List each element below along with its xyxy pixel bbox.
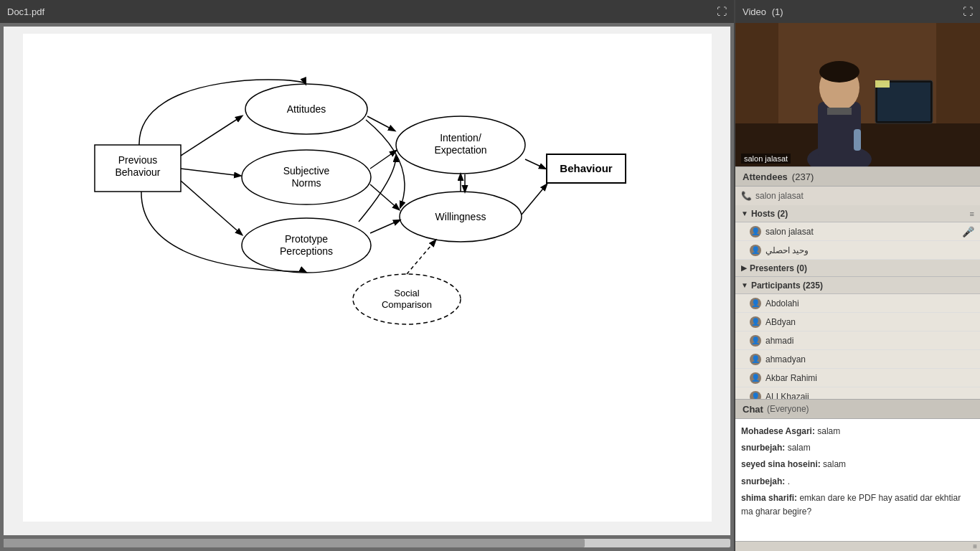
pdf-expand-icon[interactable]: ⛶ bbox=[717, 6, 727, 17]
mic-icon-1: 🎤 bbox=[962, 226, 974, 237]
attendees-section: Attendees (237) 📞 salon jalasat ▼ Hosts … bbox=[735, 166, 980, 399]
svg-text:Expectation: Expectation bbox=[434, 144, 486, 156]
video-container: salon jalasat bbox=[735, 23, 980, 166]
participant-item-4: 👤 Akbar Rahimi bbox=[735, 369, 980, 387]
svg-text:Behaviour: Behaviour bbox=[115, 166, 160, 178]
pdf-scrollbar-thumb bbox=[4, 539, 585, 547]
chat-sender-2: seyed sina hoseini: bbox=[741, 459, 821, 469]
participant-name-0: Abdolahi bbox=[765, 298, 799, 309]
participant-name-2: ahmadi bbox=[765, 336, 793, 346]
chat-message-0: Mohadese Asgari: salam bbox=[741, 425, 974, 438]
svg-text:Perceptions: Perceptions bbox=[280, 245, 333, 257]
chat-message-1: snurbejah: salam bbox=[741, 441, 974, 455]
video-title: Video (1) bbox=[743, 6, 783, 17]
chat-scope: (Everyone) bbox=[767, 404, 809, 414]
video-placeholder: salon jalasat bbox=[735, 23, 980, 166]
chat-message-4: shima sharifi: emkan dare ke PDF hay asa… bbox=[741, 491, 974, 519]
video-frame bbox=[735, 23, 980, 166]
participant-avatar-0: 👤 bbox=[750, 298, 761, 309]
svg-text:Attitudes: Attitudes bbox=[286, 103, 325, 115]
presenters-collapse-arrow: ▶ bbox=[741, 264, 747, 272]
hosts-group-header[interactable]: ▼ Hosts (2) ≡ bbox=[735, 205, 980, 222]
participant-avatar-2: 👤 bbox=[750, 335, 761, 347]
participant-item-3: 👤 ahmadyan bbox=[735, 350, 980, 369]
participants-list: ▼ Hosts (2) ≡ 👤 salon jalasat 🎤 👤 وحيد ا… bbox=[735, 205, 980, 399]
participants-group-header[interactable]: ▼ Participants (235) bbox=[735, 277, 980, 294]
participant-name-3: ahmadyan bbox=[765, 354, 806, 364]
svg-point-44 bbox=[819, 61, 859, 83]
svg-text:Behaviour: Behaviour bbox=[560, 162, 613, 174]
hosts-collapse-arrow: ▼ bbox=[741, 209, 748, 217]
right-panel: Video (1) ⛶ bbox=[735, 0, 980, 551]
chat-options-btn[interactable]: ≡ bbox=[973, 542, 977, 550]
participant-name-1: ABdyan bbox=[765, 317, 796, 327]
chat-sender-0: Mohadese Asgari: bbox=[741, 426, 815, 436]
svg-text:Previous: Previous bbox=[118, 154, 156, 166]
presenters-label: Presenters (0) bbox=[750, 263, 807, 273]
pdf-header: Doc1.pdf ⛶ bbox=[0, 0, 734, 23]
svg-text:Intention/: Intention/ bbox=[440, 132, 481, 143]
chat-text-0: salam bbox=[817, 426, 840, 436]
participant-avatar-3: 👤 bbox=[750, 354, 761, 365]
svg-text:Comparison: Comparison bbox=[381, 299, 431, 310]
participant-avatar-5: 👤 bbox=[750, 391, 761, 400]
participant-name-4: Akbar Rahimi bbox=[765, 373, 817, 383]
svg-line-22 bbox=[181, 169, 240, 176]
participant-item-1: 👤 ABdyan bbox=[735, 313, 980, 331]
chat-section: Chat (Everyone) Mohadese Asgari: salam s… bbox=[735, 399, 980, 551]
pdf-panel: Doc1.pdf ⛶ Previous Behaviour Behaviour … bbox=[0, 0, 735, 551]
hosts-options-btn[interactable]: ≡ bbox=[970, 209, 974, 218]
attendees-header: Attendees (237) bbox=[735, 166, 980, 187]
participant-name-5: ALI Khazaii bbox=[765, 392, 809, 400]
svg-line-28 bbox=[407, 240, 435, 274]
svg-text:Norms: Norms bbox=[291, 177, 321, 189]
host-item-1: 👤 salon jalasat 🎤 bbox=[735, 222, 980, 241]
pdf-title: Doc1.pdf bbox=[7, 6, 44, 17]
pdf-scrollbar[interactable] bbox=[4, 539, 730, 547]
participant-item-0: 👤 Abdolahi bbox=[735, 294, 980, 313]
chat-sender-1: snurbejah: bbox=[741, 443, 785, 453]
svg-text:Subjective: Subjective bbox=[283, 165, 329, 176]
participant-item-5: 👤 ALI Khazaii bbox=[735, 387, 980, 399]
video-label: salon jalasat bbox=[741, 154, 791, 164]
video-header: Video (1) ⛶ bbox=[735, 0, 980, 23]
chat-text-1: salam bbox=[788, 443, 811, 453]
svg-rect-39 bbox=[877, 83, 930, 121]
attendees-title: Attendees bbox=[743, 171, 788, 182]
pdf-content: Previous Behaviour Behaviour Attitudes S… bbox=[4, 27, 730, 535]
attendees-count: (237) bbox=[792, 171, 814, 182]
pdf-canvas: Previous Behaviour Behaviour Attitudes S… bbox=[23, 34, 712, 522]
svg-line-30 bbox=[522, 184, 547, 215]
svg-text:Social: Social bbox=[394, 288, 420, 298]
chat-messages: Mohadese Asgari: salam snurbejah: salam … bbox=[735, 419, 980, 541]
svg-text:Willingness: Willingness bbox=[435, 211, 486, 222]
hosts-label: Hosts (2) bbox=[751, 209, 788, 219]
host-item-2: 👤 وحيد احصلي bbox=[735, 241, 980, 260]
host-name-1: salon jalasat bbox=[765, 227, 814, 237]
svg-line-23 bbox=[181, 181, 242, 235]
presenters-group-header[interactable]: ▶ Presenters (0) bbox=[735, 260, 980, 277]
participant-item-2: 👤 ahmadi bbox=[735, 331, 980, 350]
chat-sender-3: snurbejah: bbox=[741, 476, 785, 486]
chat-title: Chat bbox=[743, 404, 763, 415]
svg-rect-46 bbox=[854, 129, 861, 151]
chat-sender-4: shima sharifi: bbox=[741, 493, 797, 503]
chat-message-3: snurbejah: . bbox=[741, 475, 974, 489]
video-expand-icon[interactable]: ⛶ bbox=[963, 6, 973, 17]
participant-avatar-1: 👤 bbox=[750, 316, 761, 328]
svg-line-21 bbox=[181, 116, 242, 156]
svg-line-27 bbox=[370, 220, 400, 233]
host-name-2: وحيد احصلي bbox=[765, 245, 809, 255]
chat-message-2: seyed sina hoseini: salam bbox=[741, 458, 974, 471]
svg-text:Prototype: Prototype bbox=[285, 233, 328, 245]
host-avatar-2: 👤 bbox=[750, 245, 761, 256]
participant-avatar-4: 👤 bbox=[750, 372, 761, 384]
search-row: 📞 salon jalasat bbox=[735, 187, 980, 205]
svg-rect-40 bbox=[875, 80, 890, 88]
participants-collapse-arrow: ▼ bbox=[741, 281, 748, 289]
svg-line-29 bbox=[525, 159, 545, 169]
chat-text-2: salam bbox=[823, 459, 846, 469]
host-avatar-1: 👤 bbox=[750, 226, 761, 237]
video-section: Video (1) ⛶ bbox=[735, 0, 980, 166]
svg-line-25 bbox=[370, 151, 396, 169]
